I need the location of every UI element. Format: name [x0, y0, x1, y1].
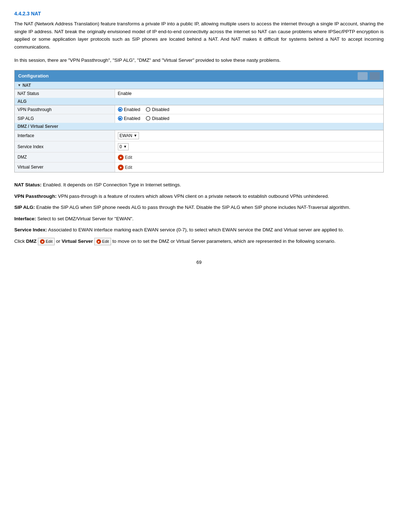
- config-panel: Configuration ▼ NAT NAT Status Enable AL…: [14, 70, 384, 172]
- section-title: 4.4.2.3 NAT: [14, 11, 384, 16]
- vpn-disabled-dot: [146, 107, 150, 112]
- interface-select-box[interactable]: EWAN ▼: [118, 132, 139, 139]
- desc-service-index: Service Index: Associated to EWAN interf…: [14, 226, 384, 234]
- interface-value: EWAN ▼: [115, 130, 383, 141]
- config-header: Configuration: [15, 70, 383, 82]
- click-or-text: or: [56, 239, 62, 244]
- virtual-server-label: Virtual Server: [15, 162, 115, 172]
- dmz-section-label: DMZ / Virtual Server: [18, 124, 58, 129]
- service-index-label: Service Index: [15, 141, 115, 152]
- vpn-passthrough-row: VPN Passthrough Enabled Disabled: [15, 105, 383, 114]
- desc-nat-status: NAT Status: Enabled. It depends on ISP C…: [14, 181, 384, 189]
- virtual-server-edit-icon: [118, 165, 124, 170]
- vpn-passthrough-value: Enabled Disabled: [115, 105, 383, 114]
- service-select-value: 0: [120, 144, 122, 149]
- dmz-inline-edit-text: Edit: [46, 239, 53, 245]
- dmz-edit-label: Edit: [125, 155, 133, 160]
- nat-arrow: ▼: [18, 83, 21, 87]
- desc-interface: Interface: Select to set DMZ/Virtual Ser…: [14, 215, 384, 223]
- vpn-enabled-label: Enabled: [124, 107, 140, 112]
- nat-section-label: NAT: [23, 83, 31, 88]
- desc-vpn-text: VPN pass-through is a feature of routers…: [58, 194, 329, 199]
- page-number: 69: [14, 260, 384, 265]
- desc-vpn-passthrough: VPN Passthrough: VPN pass-through is a f…: [14, 192, 384, 200]
- sip-disabled-dot: [146, 116, 150, 121]
- session-paragraph: In this session, there are "VPN Passthro…: [14, 56, 384, 64]
- sip-alg-value: Enabled Disabled: [115, 114, 383, 123]
- vpn-enabled-radio[interactable]: Enabled: [118, 107, 140, 112]
- dmz-inline-btn[interactable]: Edit: [38, 238, 55, 246]
- desc-interface-label: Interface:: [14, 216, 36, 221]
- vpn-enabled-dot: [118, 107, 123, 112]
- dmz-section-bar: DMZ / Virtual Server: [15, 123, 383, 130]
- service-index-row: Service Index 0 ▼: [15, 141, 383, 152]
- click-dmz-prefix: Click: [14, 239, 26, 244]
- interface-label: Interface: [15, 130, 115, 141]
- desc-interface-text: Select to set DMZ/Virtual Server for "EW…: [38, 216, 134, 221]
- sip-alg-row: SIP ALG Enabled Disabled: [15, 114, 383, 123]
- nat-status-label: NAT Status: [15, 89, 115, 98]
- desc-service-text: Associated to EWAN interface marking eac…: [48, 227, 344, 232]
- dmz-row: DMZ Edit: [15, 152, 383, 162]
- sip-enabled-dot: [118, 116, 123, 121]
- click-dmz-bold: DMZ: [26, 239, 36, 244]
- header-icon-1: [358, 72, 368, 80]
- sip-radio-group: Enabled Disabled: [118, 116, 381, 121]
- vpn-passthrough-label: VPN Passthrough: [15, 105, 115, 114]
- sip-enabled-label: Enabled: [124, 116, 140, 121]
- dmz-label: DMZ: [15, 152, 115, 162]
- nat-status-row: NAT Status Enable: [15, 89, 383, 98]
- sip-disabled-label: Disabled: [152, 116, 169, 121]
- desc-service-label: Service Index:: [14, 227, 47, 232]
- nat-section-bar: ▼ NAT: [15, 82, 383, 89]
- vs-inline-icon: [96, 239, 101, 244]
- alg-table: VPN Passthrough Enabled Disabled SIP ALG: [15, 105, 383, 123]
- nat-status-value: Enable: [115, 89, 383, 98]
- service-index-value: 0 ▼: [115, 141, 383, 152]
- service-select-arrow: ▼: [123, 145, 127, 149]
- sip-enabled-radio[interactable]: Enabled: [118, 116, 140, 121]
- vpn-radio-group: Enabled Disabled: [118, 107, 381, 112]
- sip-alg-label: SIP ALG: [15, 114, 115, 123]
- vpn-disabled-radio[interactable]: Disabled: [146, 107, 169, 112]
- virtual-server-edit-value: Edit: [115, 162, 383, 172]
- nat-table: NAT Status Enable: [15, 89, 383, 98]
- interface-select-arrow: ▼: [134, 134, 137, 137]
- virtual-server-row: Virtual Server Edit: [15, 162, 383, 172]
- alg-section-bar: ALG: [15, 98, 383, 105]
- vs-inline-btn[interactable]: Edit: [94, 238, 111, 246]
- header-icon-2: [370, 72, 380, 80]
- vpn-disabled-label: Disabled: [152, 107, 169, 112]
- desc-nat-status-text: Enabled. It depends on ISP Connection Ty…: [43, 182, 181, 187]
- desc-nat-status-label: NAT Status:: [14, 182, 41, 187]
- sip-disabled-radio[interactable]: Disabled: [146, 116, 169, 121]
- intro-paragraph: The NAT (Network Address Translation) fe…: [14, 20, 384, 51]
- click-vs-bold: Virtual Server: [62, 239, 93, 244]
- dmz-edit-icon: [118, 155, 124, 160]
- interface-row: Interface EWAN ▼: [15, 130, 383, 141]
- desc-vpn-label: VPN Passthrough:: [14, 194, 57, 199]
- dmz-table: Interface EWAN ▼ Service Index 0 ▼ DMZ: [15, 130, 383, 172]
- virtual-server-edit-label: Edit: [125, 165, 133, 170]
- alg-section-label: ALG: [18, 99, 26, 104]
- config-header-label: Configuration: [18, 73, 49, 79]
- dmz-edit-btn[interactable]: Edit: [118, 155, 133, 160]
- desc-sip-alg: SIP ALG: Enable the SIP ALG when SIP pho…: [14, 204, 384, 211]
- vs-inline-edit-text: Edit: [102, 239, 109, 245]
- desc-sip-text: Enable the SIP ALG when SIP phone needs …: [36, 205, 350, 210]
- click-instruction: Click DMZ Edit or Virtual Server Edit to…: [14, 237, 384, 245]
- config-header-icons: [358, 72, 380, 80]
- desc-sip-label: SIP ALG:: [14, 205, 35, 210]
- virtual-server-edit-btn[interactable]: Edit: [118, 165, 133, 170]
- dmz-edit-value: Edit: [115, 152, 383, 162]
- dmz-inline-icon: [40, 239, 45, 244]
- service-select-box[interactable]: 0 ▼: [118, 143, 129, 150]
- click-suffix-text: to move on to set the DMZ or Virtual Ser…: [113, 239, 336, 244]
- interface-select-value: EWAN: [120, 133, 133, 138]
